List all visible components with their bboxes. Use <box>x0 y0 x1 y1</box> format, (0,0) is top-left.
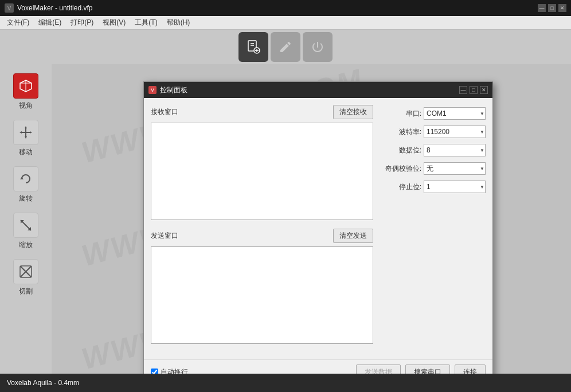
title-bar: V VoxelMaker - untitled.vfp — □ ✕ <box>0 0 571 16</box>
clear-receive-button[interactable]: 清空接收 <box>333 105 373 119</box>
baud-row: 波特率: 115200 9600 57600 ▼ <box>382 126 486 138</box>
dialog-close-button[interactable]: ✕ <box>480 86 488 94</box>
minimize-button[interactable]: — <box>538 4 546 12</box>
cut-icon <box>13 259 38 284</box>
svg-marker-10 <box>25 136 27 139</box>
dialog-title: 控制面板 <box>160 85 187 95</box>
dialog-title-bar: V 控制面板 — □ ✕ <box>144 82 492 98</box>
close-button[interactable]: ✕ <box>558 4 566 12</box>
window-title: VoxelMaker - untitled.vfp <box>17 4 92 12</box>
databits-row: 数据位: 8 7 6 5 ▼ <box>382 144 486 156</box>
toolbar <box>0 30 571 64</box>
svg-marker-12 <box>30 131 32 134</box>
scale-icon <box>13 213 38 238</box>
edit-button <box>271 32 300 62</box>
databits-select[interactable]: 8 7 6 5 <box>424 144 486 156</box>
power-button <box>303 32 333 62</box>
menu-file[interactable]: 文件(F) <box>2 17 34 29</box>
new-file-button[interactable] <box>238 32 268 62</box>
sidebar-label-move: 移动 <box>19 147 33 157</box>
send-label: 发送窗口 <box>151 231 178 241</box>
sidebar-item-view[interactable]: 视角 <box>5 70 46 114</box>
restore-button[interactable]: □ <box>548 4 556 12</box>
menu-bar: 文件(F) 编辑(E) 打印(P) 视图(V) 工具(T) 帮助(H) <box>0 16 571 30</box>
sidebar-label-scale: 缩放 <box>19 240 33 250</box>
sidebar-item-rotate[interactable]: 旋转 <box>5 163 46 207</box>
content-area: WWW.WEICN.COM WWW.WEICN.COM WWW.WEICN.CO… <box>52 64 571 392</box>
rotate-icon <box>13 166 38 191</box>
sidebar-label-cut: 切割 <box>19 287 33 296</box>
sidebar-label-view: 视角 <box>19 101 33 111</box>
menu-help[interactable]: 帮助(H) <box>162 17 195 29</box>
port-label: 串口: <box>382 109 421 119</box>
panel-right: 串口: COM1 COM2 COM3 ▼ 波特率: <box>382 105 486 352</box>
status-text: Voxelab Aquila - 0.4mm <box>7 379 79 387</box>
receive-textarea[interactable] <box>151 123 373 220</box>
menu-view[interactable]: 视图(V) <box>98 17 130 29</box>
cube-icon <box>13 73 38 99</box>
dialog-icon: V <box>148 86 157 94</box>
move-icon <box>13 120 38 145</box>
stopbits-label: 停止位: <box>382 182 421 192</box>
port-select[interactable]: COM1 COM2 COM3 <box>424 107 486 120</box>
receive-header: 接收窗口 清空接收 <box>151 105 373 119</box>
sidebar: 视角 移动 旋转 <box>0 64 52 392</box>
parity-select[interactable]: 无 奇 偶 <box>424 162 486 175</box>
send-textarea[interactable] <box>151 246 373 344</box>
send-header: 发送窗口 清空发送 <box>151 229 373 243</box>
baud-label: 波特率: <box>382 127 421 137</box>
svg-marker-9 <box>25 126 27 128</box>
parity-label: 奇偶校验位: <box>382 164 421 174</box>
port-row: 串口: COM1 COM2 COM3 ▼ <box>382 107 486 120</box>
status-bar: Voxelab Aquila - 0.4mm <box>0 374 571 392</box>
dialog-restore-button[interactable]: □ <box>470 86 478 94</box>
main-area: 视角 移动 旋转 <box>0 64 571 392</box>
sidebar-item-scale[interactable]: 缩放 <box>5 209 46 253</box>
receive-label: 接收窗口 <box>151 107 178 117</box>
menu-print[interactable]: 打印(P) <box>66 17 98 29</box>
menu-tools[interactable]: 工具(T) <box>130 17 162 29</box>
clear-send-button[interactable]: 清空发送 <box>333 229 373 243</box>
dialog-minimize-button[interactable]: — <box>459 86 467 94</box>
app-icon: V <box>5 3 14 13</box>
svg-marker-13 <box>20 177 24 179</box>
baud-select[interactable]: 115200 9600 57600 <box>424 126 486 138</box>
sidebar-item-move[interactable]: 移动 <box>5 116 46 160</box>
panel-left: 接收窗口 清空接收 发送窗口 清空发送 <box>151 105 373 352</box>
sidebar-label-rotate: 旋转 <box>19 194 33 203</box>
menu-edit[interactable]: 编辑(E) <box>34 17 66 29</box>
parity-row: 奇偶校验位: 无 奇 偶 ▼ <box>382 162 486 175</box>
sidebar-item-cut[interactable]: 切割 <box>5 256 46 300</box>
stopbits-select[interactable]: 1 1.5 2 <box>424 181 486 193</box>
stopbits-row: 停止位: 1 1.5 2 ▼ <box>382 181 486 193</box>
databits-label: 数据位: <box>382 146 421 155</box>
svg-marker-11 <box>19 131 22 134</box>
control-panel-dialog: V 控制面板 — □ ✕ 接收窗口 清空接收 <box>143 81 493 385</box>
